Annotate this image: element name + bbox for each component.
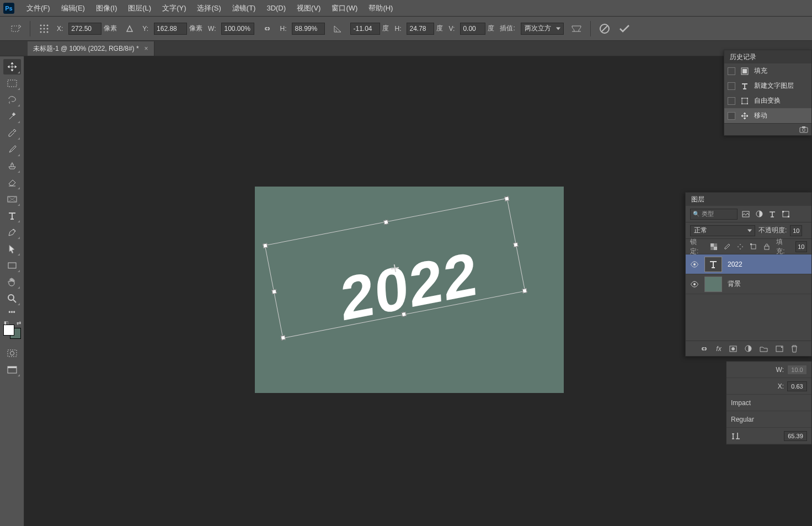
menu-type[interactable]: 文字(Y) <box>157 0 191 17</box>
lock-trans-icon[interactable] <box>709 242 719 252</box>
layer-name[interactable]: 背景 <box>728 279 741 289</box>
screenmode-tool[interactable] <box>3 362 21 378</box>
commit-transform-icon[interactable] <box>617 22 632 36</box>
lock-pixels-icon[interactable] <box>722 242 732 252</box>
opt-y-input[interactable] <box>154 23 187 35</box>
path-select-tool[interactable] <box>3 241 21 257</box>
filter-type-icon[interactable] <box>767 209 777 219</box>
opt-x-input[interactable] <box>68 23 101 35</box>
menu-file[interactable]: 文件(F) <box>21 0 56 17</box>
layer-row[interactable]: 背景 <box>686 274 811 294</box>
fx-icon[interactable]: fx <box>716 345 721 353</box>
zoom-tool[interactable] <box>3 291 21 306</box>
history-item[interactable]: 自由变换 <box>724 93 811 108</box>
swap-colors-icon[interactable]: ⇄ <box>17 320 21 326</box>
type-tool[interactable] <box>3 208 21 224</box>
transform-handle[interactable] <box>281 335 286 340</box>
menu-select[interactable]: 选择(S) <box>191 0 226 17</box>
opt-v-input[interactable] <box>460 23 485 35</box>
link-icon[interactable] <box>260 22 274 36</box>
transform-tool-icon[interactable] <box>9 22 23 36</box>
move-tool[interactable] <box>3 59 21 75</box>
char-size-value[interactable]: 65.39 <box>784 431 807 441</box>
lock-all-icon[interactable] <box>762 242 772 252</box>
transform-handle[interactable] <box>513 242 518 247</box>
close-icon[interactable]: × <box>145 45 148 52</box>
transform-handle[interactable] <box>402 312 407 317</box>
menu-filter[interactable]: 滤镜(T) <box>227 0 261 17</box>
visibility-icon[interactable] <box>690 281 699 288</box>
rectangle-tool[interactable] <box>3 258 21 273</box>
warp-icon[interactable] <box>569 22 584 36</box>
reference-point-icon[interactable] <box>37 22 51 36</box>
cancel-transform-icon[interactable] <box>597 22 612 36</box>
history-item[interactable]: 新建文字图层 <box>724 78 811 93</box>
history-panel[interactable]: 历史记录 填充 新建文字图层 自由变换 移动 <box>724 50 812 136</box>
char-font-row[interactable]: Impact <box>726 395 811 411</box>
canvas[interactable]: 2022 <box>255 187 564 393</box>
menu-3d[interactable]: 3D(D) <box>261 0 291 17</box>
menu-layer[interactable]: 图层(L) <box>122 0 157 17</box>
opt-interp-select[interactable]: 两次立方 <box>521 23 564 35</box>
filter-pixel-icon[interactable] <box>741 209 751 219</box>
filter-shape-icon[interactable] <box>781 209 790 219</box>
visibility-icon[interactable] <box>690 261 699 268</box>
transform-handle[interactable] <box>263 243 268 248</box>
transform-handle[interactable] <box>504 196 509 201</box>
opt-angle-input[interactable] <box>350 23 380 35</box>
char-style-row[interactable]: Regular <box>726 411 811 428</box>
transform-handle[interactable] <box>383 220 388 225</box>
brush-tool[interactable] <box>3 142 21 157</box>
menu-window[interactable]: 窗口(W) <box>326 0 363 17</box>
gradient-tool[interactable] <box>3 192 21 207</box>
char-x-value[interactable]: 0.63 <box>787 381 807 391</box>
new-snapshot-icon[interactable] <box>799 126 808 133</box>
menu-edit[interactable]: 编辑(E) <box>56 0 90 17</box>
group-icon[interactable] <box>760 346 768 352</box>
mask-icon[interactable] <box>729 346 737 352</box>
layer-thumbnail[interactable] <box>704 277 722 292</box>
menu-image[interactable]: 图像(I) <box>90 0 122 17</box>
lasso-tool[interactable] <box>3 92 21 108</box>
opt-h-input[interactable] <box>292 23 325 35</box>
color-swatches[interactable]: ◧ ⇄ <box>3 321 21 339</box>
lock-artboard-icon[interactable] <box>749 242 758 252</box>
hand-tool[interactable] <box>3 274 21 290</box>
clone-stamp-tool[interactable] <box>3 158 21 174</box>
more-tools[interactable]: ••• <box>3 307 21 317</box>
transform-handle[interactable] <box>271 289 276 294</box>
rect-marquee-tool[interactable] <box>3 76 21 91</box>
lock-pos-icon[interactable] <box>735 242 745 252</box>
trash-icon[interactable] <box>791 345 798 353</box>
history-item[interactable]: 填充 <box>724 63 811 78</box>
opt-w-input[interactable] <box>221 23 254 35</box>
filter-adjust-icon[interactable] <box>754 209 764 219</box>
magic-wand-tool[interactable] <box>3 109 21 124</box>
document-tab[interactable]: 未标题-1 @ 100% (2022, RGB/8#) * × <box>28 41 154 56</box>
menu-view[interactable]: 视图(V) <box>291 0 326 17</box>
layer-kind-filter[interactable]: 类型 <box>690 209 738 220</box>
history-item[interactable]: 移动 <box>724 108 811 123</box>
layers-panel-title[interactable]: 图层 <box>686 193 811 206</box>
fill-value[interactable]: 10 <box>795 241 807 252</box>
transform-center-icon[interactable] <box>391 264 399 273</box>
foreground-color[interactable] <box>3 325 14 336</box>
layer-name[interactable]: 2022 <box>728 261 742 268</box>
transform-handle[interactable] <box>522 288 527 293</box>
layer-thumbnail[interactable] <box>704 257 722 272</box>
delta-icon[interactable] <box>122 22 137 36</box>
link-layers-icon[interactable] <box>699 346 708 352</box>
eraser-tool[interactable] <box>3 175 21 190</box>
new-layer-icon[interactable] <box>776 346 783 352</box>
opacity-value[interactable]: 10 <box>790 225 802 236</box>
blend-mode-select[interactable]: 正常 <box>690 225 755 236</box>
eyedropper-tool[interactable] <box>3 125 21 141</box>
opt-h2-input[interactable] <box>407 23 434 35</box>
adjustment-icon[interactable] <box>745 345 752 352</box>
history-panel-title[interactable]: 历史记录 <box>724 50 811 63</box>
angle-icon[interactable] <box>330 22 345 36</box>
quickmask-tool[interactable] <box>3 346 21 361</box>
layer-row[interactable]: 2022 <box>686 254 811 274</box>
character-panel-fragment[interactable]: W: 10.0 X: 0.63 Impact Regular 65.39 <box>726 361 812 445</box>
menu-help[interactable]: 帮助(H) <box>363 0 398 17</box>
